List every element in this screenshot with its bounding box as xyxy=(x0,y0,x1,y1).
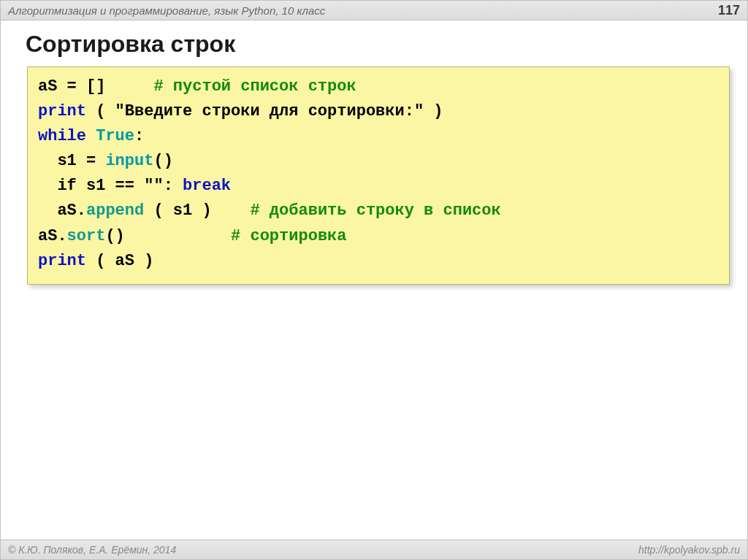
footer-url: http://kpolyakov.spb.ru xyxy=(638,544,740,556)
code-text: ( "Введите строки для сортировки:" ) xyxy=(86,102,443,120)
code-text: : xyxy=(134,127,144,145)
code-comment: # пустой список строк xyxy=(153,77,356,96)
code-text: s1 = xyxy=(38,152,105,170)
slide: Алгоритмизация и программирование, язык … xyxy=(0,0,748,560)
code-keyword-true: True xyxy=(96,127,134,145)
code-text: if s1 == "": xyxy=(38,177,183,195)
code-block: aS = [] # пустой список строк print ( "В… xyxy=(27,66,730,285)
code-text: ( s1 ) xyxy=(144,202,250,220)
code-func-input: input xyxy=(105,152,153,170)
code-comment: # сортировка xyxy=(231,227,346,245)
slide-title: Сортировка строк xyxy=(1,20,747,65)
code-text: ( aS ) xyxy=(86,252,153,270)
code-text: aS = [] xyxy=(38,77,153,96)
code-keyword-print: print xyxy=(38,102,86,120)
code-text: () xyxy=(153,152,172,170)
footer-bar: © К.Ю. Поляков, Е.А. Ерёмин, 2014 http:/… xyxy=(1,540,747,559)
code-comment: # добавить строку в список xyxy=(250,202,500,220)
code-method-sort: sort xyxy=(67,227,106,245)
code-text: aS. xyxy=(38,227,67,245)
code-text: aS. xyxy=(38,202,86,220)
code-method-append: append xyxy=(86,202,144,220)
header-bar: Алгоритмизация и программирование, язык … xyxy=(1,1,747,20)
course-title: Алгоритмизация и программирование, язык … xyxy=(8,4,325,17)
code-keyword-print: print xyxy=(38,252,86,270)
code-keyword-while: while xyxy=(38,127,96,145)
code-keyword-break: break xyxy=(183,177,231,195)
footer-copyright: © К.Ю. Поляков, Е.А. Ерёмин, 2014 xyxy=(8,544,176,556)
page-number: 117 xyxy=(718,3,740,18)
code-text: () xyxy=(105,227,231,245)
